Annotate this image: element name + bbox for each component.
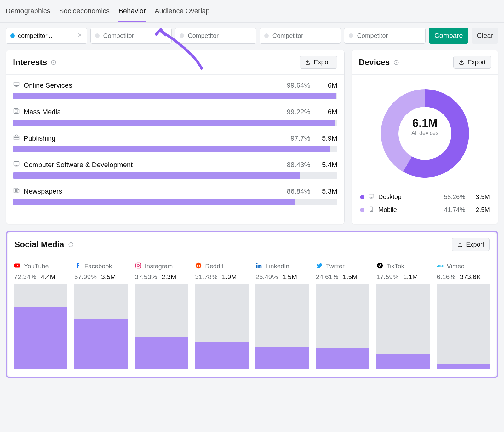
social-media-panel: Social Media Export YouTube72.34%4.4MFac…: [8, 232, 496, 377]
devices-total-value: 6.1M: [352, 117, 498, 130]
vimeo-icon: vimeo: [437, 262, 444, 271]
interest-row: Mass Media99.22%6M: [13, 108, 337, 126]
reddit-icon: [195, 262, 202, 271]
close-icon[interactable]: [77, 32, 83, 39]
news-icon: [13, 187, 20, 196]
device-value: 2.5M: [472, 206, 490, 213]
interest-count: 6M: [318, 81, 337, 90]
social-name: Reddit: [205, 263, 223, 270]
interests-panel: Interests Export Online Services99.64%6M…: [6, 50, 345, 224]
tab-audience-overlap[interactable]: Audience Overlap: [155, 7, 210, 22]
social-value: 4.4M: [41, 273, 55, 280]
social-name: Instagram: [145, 263, 173, 270]
social-bar: [195, 284, 249, 369]
social-column: YouTube72.34%4.4M: [14, 262, 67, 369]
competitor-bar: competitor... Competitor Competitor Comp…: [0, 23, 504, 49]
competitor-placeholder: Competitor: [357, 32, 388, 39]
social-bar: [376, 284, 430, 369]
svg-point-16: [199, 265, 200, 266]
social-name: Facebook: [84, 263, 112, 270]
panel-title: Social Media: [14, 240, 64, 249]
interest-percent: 99.22%: [287, 108, 310, 116]
competitor-placeholder: Competitor: [103, 32, 134, 39]
social-value: 3.5M: [101, 273, 116, 280]
youtube-icon: [14, 262, 21, 271]
interest-count: 5.3M: [318, 187, 337, 196]
interest-count: 5.9M: [318, 134, 337, 143]
social-column: TikTok17.59%1.1M: [376, 262, 430, 369]
tab-demographics[interactable]: Demographics: [6, 7, 50, 22]
svg-rect-7: [369, 194, 374, 197]
competitor-input-3[interactable]: Competitor: [260, 28, 341, 44]
interest-row: Computer Software & Development88.43%5.4…: [13, 161, 337, 179]
competitor-placeholder: Competitor: [188, 32, 219, 39]
social-value: 1.9M: [222, 273, 237, 280]
interest-percent: 88.43%: [287, 161, 310, 169]
tab-behavior[interactable]: Behavior: [118, 7, 146, 22]
legend-swatch: [360, 208, 364, 212]
interest-label: Online Services: [24, 81, 72, 90]
social-value: 1.5M: [343, 273, 358, 280]
export-icon: [457, 242, 463, 248]
panel-title: Interests: [13, 57, 47, 67]
monitor-icon: [13, 161, 20, 169]
export-button[interactable]: Export: [453, 56, 491, 69]
social-percent: 25.49%: [255, 273, 278, 280]
export-label: Export: [466, 241, 484, 248]
svg-point-12: [137, 264, 139, 266]
social-percent: 24.61%: [316, 273, 338, 280]
interest-row: Newspapers86.84%5.3M: [13, 187, 337, 205]
social-name: TikTok: [387, 263, 404, 270]
tab-socioeconomics[interactable]: Socioeconomics: [59, 7, 110, 22]
info-icon[interactable]: [51, 60, 56, 65]
social-percent: 57.99%: [74, 273, 97, 280]
social-column: Facebook57.99%3.5M: [74, 262, 128, 369]
interest-percent: 97.7%: [291, 134, 310, 143]
audience-tabs: DemographicsSocioeconomicsBehaviorAudien…: [0, 0, 504, 23]
info-icon[interactable]: [393, 60, 399, 65]
svg-rect-1: [14, 82, 19, 86]
compare-button[interactable]: Compare: [429, 28, 468, 44]
info-icon[interactable]: [68, 242, 74, 248]
interest-count: 5.4M: [318, 161, 337, 169]
export-icon: [305, 60, 311, 65]
competitor-input-2[interactable]: Competitor: [175, 28, 256, 44]
social-bar: [437, 284, 490, 369]
interest-row: Publishing97.7%5.9M: [13, 134, 337, 152]
svg-point-15: [197, 265, 198, 266]
social-percent: 31.78%: [195, 273, 217, 280]
svg-point-13: [139, 264, 140, 264]
export-button[interactable]: Export: [452, 238, 490, 251]
facebook-icon: [74, 262, 81, 271]
interest-percent: 86.84%: [287, 187, 310, 196]
brief-icon: [13, 134, 20, 143]
device-name: Mobile: [378, 206, 397, 213]
social-bar: [135, 284, 188, 369]
social-percent: 37.53%: [135, 273, 157, 280]
social-name: Twitter: [326, 263, 345, 270]
export-button[interactable]: Export: [300, 56, 337, 69]
device-row: Desktop58.26%3.5M: [360, 190, 490, 203]
competitor-input-4[interactable]: Competitor: [344, 28, 426, 44]
panel-title: Devices: [359, 57, 390, 67]
interest-bar: [13, 172, 337, 179]
annotation-highlight-box: Social Media Export YouTube72.34%4.4MFac…: [6, 231, 498, 378]
social-column: Instagram37.53%2.3M: [135, 262, 188, 369]
social-value: 2.3M: [162, 273, 176, 280]
interest-row: Online Services99.64%6M: [13, 81, 337, 99]
interest-label: Publishing: [24, 134, 56, 143]
social-name: YouTube: [24, 263, 49, 270]
device-value: 3.5M: [472, 193, 490, 201]
social-percent: 72.34%: [14, 273, 36, 280]
clear-button[interactable]: Clear: [472, 28, 498, 44]
export-label: Export: [314, 59, 332, 66]
competitor-chip-0[interactable]: competitor...: [6, 28, 87, 44]
svg-rect-17: [256, 265, 258, 268]
interest-bar: [13, 120, 337, 126]
interest-percent: 99.64%: [287, 81, 310, 90]
social-value: 1.5M: [282, 273, 297, 280]
twitter-icon: [316, 262, 323, 271]
social-name: LinkedIn: [266, 263, 289, 270]
social-value: 1.1M: [403, 273, 418, 280]
competitor-input-1[interactable]: Competitor: [90, 28, 172, 44]
